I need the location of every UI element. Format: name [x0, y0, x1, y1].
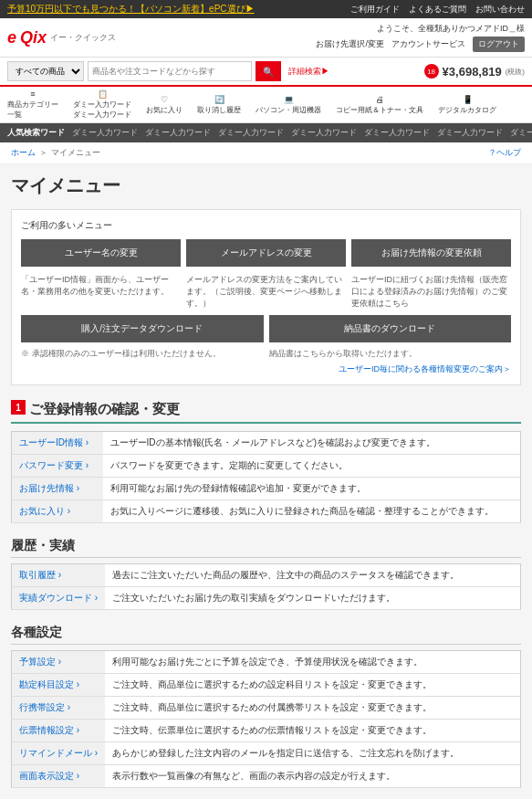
breadcrumb: ホーム ＞ マイメニュー ？ヘルプ: [0, 142, 532, 164]
logo[interactable]: eQix イー・クイックス: [7, 28, 116, 47]
cart-price-tax: (税抜): [506, 67, 525, 77]
delivery-note-download-button[interactable]: 納品書のダウンロード: [269, 315, 512, 342]
nav-category-label: 商品カテゴリー一覧: [7, 100, 58, 120]
quick-buttons-grid: ユーザー名の変更 メールアドレスの変更 お届け先情報の変更依頼: [21, 239, 511, 267]
nav-favorites[interactable]: ♡ お気に入り: [146, 95, 183, 115]
nav-copy[interactable]: 🖨 コピー用紙＆トナー・文具: [336, 95, 423, 115]
logo-e: e: [7, 28, 16, 47]
budget-setting-desc: 利用可能なお届け先ごとに予算を設定でき、予算使用状況を確認できます。: [105, 651, 520, 674]
history-section: 履歴・実績 取引履歴 › 過去にご注文いただいた商品の履歴や、注文中の商品のステ…: [11, 538, 521, 610]
email-change-button[interactable]: メールアドレスの変更: [186, 239, 346, 267]
registration-table: ユーザーID情報 › ユーザーIDの基本情報(氏名・メールアドレスなど)を確認お…: [11, 431, 521, 523]
desc-username: 「ユーザーID情報」画面から、ユーザー名・業務用名の他を変更いただけます。: [21, 274, 181, 310]
user-id-info-link[interactable]: ユーザーID毎に関わる各種情報変更のご案内＞: [21, 363, 511, 375]
logo-qix: Qix: [20, 28, 47, 47]
display-setting-desc: 表示行数や一覧画像の有無など、画面の表示内容の設定が行えます。: [105, 765, 520, 788]
guide-link[interactable]: ご利用ガイド: [350, 4, 400, 16]
header-right: ようこそ、全種類ありかつメアドID＿様 お届け先選択/変更 アカウントサービス …: [316, 23, 525, 52]
history-icon: 🔄: [214, 95, 224, 104]
cat-nav-item-5[interactable]: ダミー人力ワード: [364, 125, 430, 141]
password-change-link[interactable]: パスワード変更 ›: [12, 455, 103, 478]
table-row: お気に入り › お気に入りページに遷移後、お気に入りに登録された商品を確認・整理…: [12, 500, 521, 523]
breadcrumb-separator: ＞: [39, 147, 47, 159]
faq-link[interactable]: よくあるご質問: [409, 4, 466, 16]
nav-pc-label: パソコン・周辺機器: [256, 105, 321, 115]
banner-links: ご利用ガイド よくあるご質問 お問い合わせ: [350, 4, 525, 16]
nav-order-label: ダミー入力ワードダミー入力ワード: [73, 100, 131, 120]
account-setting-link[interactable]: 勘定科目設定 ›: [12, 674, 106, 697]
nav-pc[interactable]: 💻 パソコン・周辺機器: [256, 95, 321, 115]
cat-nav-item-6[interactable]: ダミー人力ワード: [437, 125, 503, 141]
page-title: マイメニュー: [11, 173, 521, 198]
nav-history[interactable]: 🔄 取り消し履歴: [197, 95, 241, 115]
order-icon: 📋: [98, 89, 108, 99]
cart-info[interactable]: 18 ¥3,698,819 (税抜): [424, 64, 525, 79]
delivery-info-link[interactable]: お届け先情報 ›: [12, 478, 103, 500]
account-link[interactable]: アカウントサービス: [391, 38, 465, 50]
contact-link[interactable]: お問い合わせ: [475, 4, 525, 16]
detail-search-link[interactable]: 詳細検索▶: [288, 66, 329, 78]
cart-count-badge: 18: [424, 64, 439, 79]
table-row: ユーザーID情報 › ユーザーIDの基本情報(氏名・メールアドレスなど)を確認お…: [12, 432, 521, 455]
delivery-link[interactable]: お届け先選択/変更: [316, 38, 384, 50]
userid-info-desc: ユーザーIDの基本情報(氏名・メールアドレスなど)を確認および変更できます。: [103, 432, 521, 455]
mobile-setting-link[interactable]: 行携帯設定 ›: [12, 697, 106, 720]
cat-nav-item-7[interactable]: ダミー人力ワード: [510, 125, 532, 141]
nav-order[interactable]: 📋 ダミー入力ワードダミー入力ワード: [73, 89, 131, 120]
nav-copy-label: コピー用紙＆トナー・文具: [336, 105, 423, 115]
help-link[interactable]: ？ヘルプ: [488, 147, 521, 159]
category-select[interactable]: すべての商品: [7, 61, 84, 81]
table-row: 行携帯設定 › ご注文時、商品単位に選択するための付属携帯リストを設定・変更でき…: [12, 697, 521, 720]
slip-setting-link[interactable]: 伝票情報設定 ›: [12, 720, 106, 742]
search-button[interactable]: 🔍: [256, 61, 281, 81]
registration-title: ご登録情報の確認・変更: [29, 401, 521, 418]
table-row: 実績ダウンロード › ご注文いただいたお届け先の取引実績をダウンロードいただけま…: [12, 587, 521, 610]
mobile-setting-desc: ご注文時、商品単位に選択するための付属携帯リストを設定・変更できます。: [105, 697, 520, 720]
logout-button[interactable]: ログアウト: [473, 37, 525, 52]
breadcrumb-links: ホーム ＞ マイメニュー: [11, 147, 100, 159]
category-icon: ≡: [30, 89, 35, 99]
table-row: 画面表示設定 › 表示行数や一覧画像の有無など、画面の表示内容の設定が行えます。: [12, 765, 521, 788]
second-row-buttons: 購入/注文データダウンロード 納品書のダウンロード: [21, 315, 511, 342]
search-area: すべての商品 🔍 詳細検索▶: [7, 61, 424, 81]
pc-icon: 💻: [284, 95, 294, 104]
nav-history-label: 取り消し履歴: [197, 105, 241, 115]
username-change-button[interactable]: ユーザー名の変更: [21, 239, 181, 267]
banner-promo-link[interactable]: 予算10万円以下でも見つかる！【パソコン新着】ePC選び▶: [7, 3, 255, 16]
heart-icon: ♡: [161, 95, 168, 104]
breadcrumb-home[interactable]: ホーム: [11, 147, 36, 159]
digital-icon: 📱: [463, 95, 473, 104]
category-search-nav: 人気検索ワード ダミー人力ワード ダミー人力ワード ダミー人力ワード ダミー人力…: [0, 123, 532, 142]
purchase-note: ※ 承認権限のみのユーザー様は利用いただけません。: [21, 348, 264, 360]
userid-info-link[interactable]: ユーザーID情報 ›: [12, 432, 103, 455]
section-number-1: 1: [11, 400, 26, 415]
nav-favorites-label: お気に入り: [146, 105, 183, 115]
transaction-history-link[interactable]: 取引履歴 ›: [12, 564, 106, 587]
cat-nav-item-1[interactable]: ダミー人力ワード: [72, 125, 138, 141]
display-setting-link[interactable]: 画面表示設定 ›: [12, 765, 106, 788]
cat-nav-item-2[interactable]: ダミー人力ワード: [145, 125, 211, 141]
nav-category[interactable]: ≡ 商品カテゴリー一覧: [7, 89, 58, 120]
delivery-change-button[interactable]: お届け先情報の変更依頼: [351, 239, 511, 267]
performance-download-link[interactable]: 実績ダウンロード ›: [12, 587, 106, 610]
account-setting-desc: ご注文時、商品単位に選択するための設定科目リストを設定・変更できます。: [105, 674, 520, 697]
cat-nav-item-3[interactable]: ダミー人力ワード: [218, 125, 284, 141]
reminder-mail-link[interactable]: リマインドメール ›: [12, 742, 106, 765]
nav-digital[interactable]: 📱 デジタルカタログ: [438, 95, 496, 115]
favorites-desc: お気に入りページに遷移後、お気に入りに登録された商品を確認・整理することができま…: [103, 500, 521, 523]
history-table: 取引履歴 › 過去にご注文いただいた商品の履歴や、注文中の商品のステータスを確認…: [11, 563, 521, 610]
budget-setting-link[interactable]: 予算設定 ›: [12, 651, 106, 674]
quick-menu-section: ご利用の多いメニュー ユーザー名の変更 メールアドレスの変更 お届け先情報の変更…: [11, 209, 521, 385]
table-row: 予算設定 › 利用可能なお届け先ごとに予算を設定でき、予算使用状況を確認できます…: [12, 651, 521, 674]
delivery-info-desc: 利用可能なお届け先の登録情報確認や追加・変更ができます。: [103, 478, 521, 500]
nav-bar: ≡ 商品カテゴリー一覧 📋 ダミー入力ワードダミー入力ワード ♡ お気に入り 🔄…: [0, 87, 532, 123]
cat-nav-item-4[interactable]: ダミー人力ワード: [291, 125, 357, 141]
search-input[interactable]: [88, 61, 252, 81]
table-row: 取引履歴 › 過去にご注文いただいた商品の履歴や、注文中の商品のステータスを確認…: [12, 564, 521, 587]
favorites-link[interactable]: お気に入り ›: [12, 500, 103, 523]
table-row: 勘定科目設定 › ご注文時、商品単位に選択するための設定科目リストを設定・変更で…: [12, 674, 521, 697]
purchase-download-button[interactable]: 購入/注文データダウンロード: [21, 315, 264, 342]
desc-email: メールアドレスの変更方法をご案内しています。（ご説明後、変更ページへ移動します。…: [186, 274, 346, 310]
breadcrumb-current: マイメニュー: [51, 147, 100, 159]
header-links: お届け先選択/変更 アカウントサービス ログアウト: [316, 37, 525, 52]
